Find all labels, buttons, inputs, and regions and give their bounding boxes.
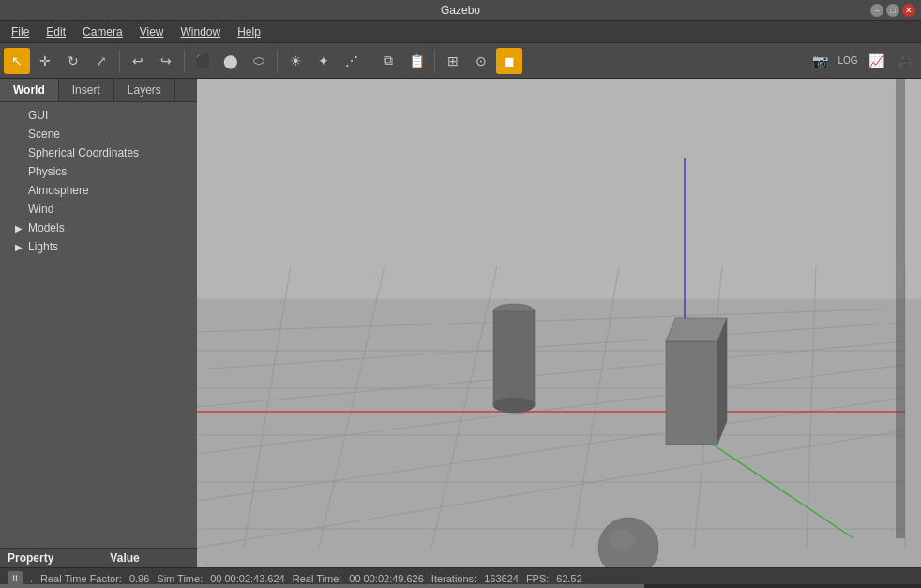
tree-item-gui[interactable]: GUI [0,106,197,125]
viewport-canvas [197,79,921,567]
progress-bar [0,584,644,588]
tree-item-atmosphere[interactable]: Atmosphere [0,181,197,200]
fps-label: FPS: [526,573,549,584]
cylinder-tool-button[interactable]: ⬭ [246,48,272,74]
menu-window[interactable]: Window [174,23,229,40]
app-title: Gazebo [441,4,480,17]
main-content: World Insert Layers GUI Scene Spherical … [0,79,921,567]
sim-time-value: 00 00:02:43.624 [210,573,285,584]
copy-button[interactable]: ⧉ [375,48,401,74]
box-tool-button[interactable]: ⬛ [189,48,216,74]
paste-button[interactable]: 📋 [403,48,430,74]
menu-bar: File Edit Camera View Window Help [0,21,921,43]
menu-help[interactable]: Help [230,23,268,40]
maximize-button[interactable]: □ [886,4,899,17]
scale-tool-button[interactable]: ⤢ [88,48,114,74]
toolbar-separator-2 [184,50,185,72]
rotate-tool-button[interactable]: ↻ [60,48,86,74]
window-controls: – □ ✕ [870,4,915,17]
log-button[interactable]: LOG [835,48,861,74]
svg-point-30 [609,529,635,551]
tree-item-models[interactable]: ▶ Models [0,219,197,237]
snap-button[interactable]: ⊙ [468,48,494,74]
tree-item-spherical-coordinates[interactable]: Spherical Coordinates [0,143,197,162]
expand-lights-icon: ▶ [15,242,24,252]
view-align-button[interactable]: ⊞ [440,48,466,74]
menu-edit[interactable]: Edit [38,23,73,40]
property-header: Property Value [0,549,197,567]
sidebar-tree: GUI Scene Spherical Coordinates Physics … [0,102,197,548]
toolbar-separator-1 [119,50,120,72]
tree-item-scene[interactable]: Scene [0,125,197,143]
tree-item-lights[interactable]: ▶ Lights [0,237,197,256]
select-tool-button[interactable]: ↖ [4,48,30,74]
iterations-label: Iterations: [431,573,476,584]
toolbar-separator-4 [370,50,370,72]
real-time-value: 00 00:02:49.626 [349,573,424,584]
screenshot-button[interactable]: 📷 [807,48,833,74]
svg-marker-24 [666,318,727,341]
progress-bar-container [0,584,921,588]
point-light-button[interactable]: ✦ [310,48,337,74]
expand-models-icon: ▶ [15,223,24,234]
status-separator: . [30,573,33,584]
svg-rect-27 [493,311,535,405]
status-bar: ⏸ . Real Time Factor: 0.96 Sim Time: 00 … [0,567,921,588]
minimize-button[interactable]: – [870,4,883,17]
real-time-factor-value: 0.96 [129,573,149,584]
tab-layers[interactable]: Layers [114,79,175,101]
real-time-label: Real Time: [293,573,342,584]
title-bar: Gazebo – □ ✕ [0,0,921,21]
svg-rect-1 [197,79,921,298]
viewport[interactable] [197,79,921,567]
svg-point-28 [493,398,535,413]
tab-insert[interactable]: Insert [59,79,114,101]
video-button[interactable]: 🎥 [891,48,917,74]
svg-rect-34 [896,79,905,538]
fps-value: 62.52 [556,573,582,584]
svg-marker-23 [666,341,717,445]
menu-camera[interactable]: Camera [75,23,130,40]
tab-world[interactable]: World [0,79,59,101]
sim-time-label: Sim Time: [157,573,203,584]
directional-light-button[interactable]: ☀ [282,48,309,74]
property-col-label: Property [8,551,53,565]
move-tool-button[interactable]: ✛ [32,48,58,74]
close-button[interactable]: ✕ [902,4,915,17]
real-time-factor-label: Real Time Factor: [40,573,122,584]
toolbar-separator-3 [277,50,278,72]
sphere-tool-button[interactable]: ⬤ [218,48,244,74]
redo-button[interactable]: ↪ [153,48,179,74]
tree-item-physics[interactable]: Physics [0,162,197,181]
sidebar-tabs: World Insert Layers [0,79,197,102]
plot-button[interactable]: 📈 [863,48,889,74]
svg-rect-35 [897,219,904,294]
sidebar: World Insert Layers GUI Scene Spherical … [0,79,197,567]
highlight-button[interactable]: ◼ [496,48,522,74]
spot-light-button[interactable]: ⋰ [339,48,365,74]
undo-button[interactable]: ↩ [125,48,151,74]
menu-file[interactable]: File [4,23,37,40]
toolbar: ↖ ✛ ↻ ⤢ ↩ ↪ ⬛ ⬤ ⬭ ☀ ✦ ⋰ ⧉ 📋 ⊞ ⊙ ◼ 📷 LOG … [0,43,921,79]
toolbar-separator-5 [434,50,435,72]
tree-item-wind[interactable]: Wind [0,200,197,219]
menu-view[interactable]: View [132,23,172,40]
iterations-value: 163624 [484,573,519,584]
value-col-label: Value [110,551,139,565]
property-panel: Property Value [0,548,197,567]
